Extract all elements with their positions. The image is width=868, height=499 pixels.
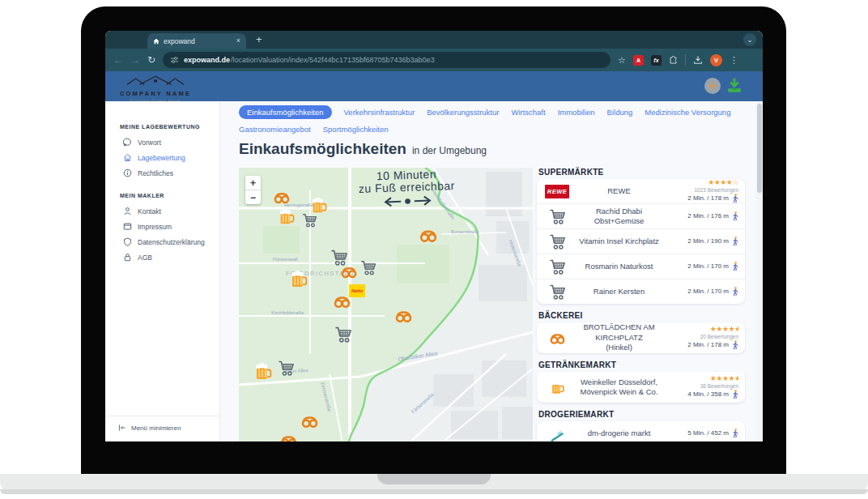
street-label: Fürstenwall — [273, 257, 298, 262]
company-logo[interactable]: COMPANY NAME Slogan Goes here — [118, 75, 193, 103]
map[interactable]: Herzogstraße Fürstenwall Kirchfeldstraße… — [239, 168, 533, 441]
browser-tab[interactable]: expowand × — [147, 33, 246, 49]
tab-close-icon[interactable]: × — [236, 37, 240, 45]
star-rating: ★★★★☆ — [708, 179, 738, 186]
list-item-weinkeller[interactable]: Weinkeller Düsseldorf,Mövenpick Wein & C… — [537, 372, 745, 403]
new-tab-button[interactable]: + — [256, 32, 262, 47]
url-path: /locationValuation/index/542f44bc17135bf… — [231, 56, 435, 64]
zoom-in-button[interactable]: + — [245, 176, 261, 190]
scrollbar-thumb[interactable] — [757, 104, 762, 193]
map-pretzel-icon[interactable] — [394, 309, 413, 323]
map-cart-icon[interactable] — [334, 326, 352, 343]
pdf-extension-icon[interactable]: A — [633, 55, 644, 66]
forward-icon[interactable]: → — [130, 55, 140, 65]
sidebar-item-vorwort[interactable]: Vorwort — [105, 134, 219, 150]
bookmark-star-icon[interactable]: ☆ — [618, 56, 626, 65]
list-item-brotlaedchen[interactable]: BROTLÄDCHEN AM KIRCHPLATZ(Hinkel) ★★★★★ … — [537, 322, 745, 353]
walking-person-icon — [732, 237, 738, 246]
place-name: REWE — [571, 186, 667, 196]
list-item-rainer-kersten[interactable]: Rainer Kersten 2 Min. / 170 m — [537, 279, 745, 304]
drinks-card: Weinkeller Düsseldorf,Mövenpick Wein & C… — [537, 372, 745, 403]
map-pretzel-icon[interactable] — [279, 433, 298, 441]
walk-time: 5 Min. / 452 m — [687, 429, 738, 438]
pretzel-icon — [549, 331, 566, 346]
place-name: BROTLÄDCHEN AM KIRCHPLATZ(Hinkel) — [571, 322, 667, 352]
fx-extension-icon[interactable]: fx — [651, 55, 662, 66]
map-pretzel-icon[interactable] — [340, 265, 358, 279]
category-tabs-row-2: Gastronomieangebot Sportmöglichkeiten — [239, 122, 763, 135]
shield-icon — [123, 237, 132, 246]
map-cart-icon[interactable] — [278, 360, 295, 376]
download-report-button[interactable] — [725, 77, 743, 95]
map-cart-icon[interactable] — [360, 260, 377, 275]
sidebar-item-kontakt[interactable]: Kontakt — [105, 203, 219, 219]
star-rating: ★★★★★ — [710, 375, 738, 382]
map-cart-icon[interactable] — [302, 213, 317, 228]
page-title-block: Einkaufsmöglichkeiten in der Umgebung — [239, 140, 763, 161]
laptop-base — [0, 474, 868, 494]
section-title-getraenkemarkt: GETRÄNKEMARKT — [538, 360, 745, 369]
walking-person-icon — [732, 194, 738, 203]
sidebar-item-lagebewertung[interactable]: Lagebewertung — [105, 150, 219, 165]
map-pretzel-icon[interactable] — [333, 294, 351, 309]
shopping-cart-icon — [549, 234, 566, 250]
user-avatar[interactable] — [704, 78, 721, 94]
sidebar-item-agb[interactable]: AGB — [105, 250, 219, 265]
tab-sportmoeglichkeiten[interactable]: Sportmöglichkeiten — [323, 125, 389, 134]
tab-bevoelkerungsstruktur[interactable]: Bevölkerungsstruktur — [427, 108, 499, 117]
info-icon — [123, 168, 132, 177]
tab-immobilien[interactable]: Immobilien — [558, 108, 595, 117]
map-pretzel-icon[interactable] — [300, 414, 319, 429]
map-pretzel-icon[interactable] — [273, 190, 291, 204]
walk-time: 2 Min. / 170 m — [687, 262, 738, 271]
bakery-card: BROTLÄDCHEN AM KIRCHPLATZ(Hinkel) ★★★★★ … — [537, 322, 745, 353]
lock-icon — [123, 253, 132, 262]
map-annotation: 10 Minuten zu Fuß erreichbar — [319, 168, 495, 213]
map-beer-mug-icon[interactable] — [278, 208, 296, 226]
sidebar-item-datenschutz[interactable]: Datenschutzerklärung — [105, 234, 219, 250]
sidebar-item-rechtliches[interactable]: Rechtliches — [105, 165, 219, 181]
tab-verkehrsinfrastruktur[interactable]: Verkehrsinfrastruktur — [344, 108, 415, 117]
browser-tabstrip: expowand × + ⌄ — [105, 31, 763, 49]
list-item-vitamin-insel[interactable]: Vitamin Insel Kirchplatz 2 Min. / 190 m — [537, 229, 745, 254]
zoom-out-button[interactable]: − — [245, 190, 261, 204]
list-item-dm[interactable]: dm-drogerie markt 5 Min. / 452 m — [537, 421, 745, 441]
company-name: COMPANY NAME — [118, 90, 193, 97]
shopping-cart-icon — [549, 284, 566, 300]
tab-title: expowand — [164, 37, 195, 45]
review-count: 20 Bewertungen — [700, 334, 738, 339]
map-cart-icon[interactable] — [330, 250, 348, 266]
sidebar: MEINE LAGEBEWERTUNG Vorwort Lagebewertun… — [105, 101, 220, 441]
chat-bubble-icon — [123, 138, 132, 147]
sidebar-minimize-button[interactable]: Menü minimieren — [105, 416, 219, 441]
browser-menu-icon[interactable]: ⋮ — [730, 55, 738, 66]
downloads-icon[interactable] — [693, 55, 703, 65]
map-beer-mug-icon[interactable] — [253, 362, 273, 382]
browser-profile-avatar[interactable]: V — [710, 54, 722, 66]
map-pretzel-icon[interactable] — [419, 228, 438, 243]
map-beer-mug-icon[interactable] — [289, 270, 308, 289]
laptop-screen: expowand × + ⌄ ← → ↻ expowand.de /locati… — [81, 6, 786, 474]
tab-gastronomieangebot[interactable]: Gastronomieangebot — [239, 125, 311, 134]
list-item-rachid-dhabi[interactable]: Rachid Dhabi Obst+Gemüse 2 Min. / 176 m — [537, 204, 745, 229]
main-content: Einkaufsmöglichkeiten Verkehrsinfrastruk… — [220, 101, 763, 441]
map-netto-logo[interactable]: Netto — [349, 284, 365, 297]
tab-einkaufsmoeglichkeiten[interactable]: Einkaufsmöglichkeiten — [239, 105, 332, 119]
url-bar[interactable]: expowand.de /locationValuation/index/542… — [163, 52, 611, 68]
place-name: Rachid Dhabi Obst+Gemüse — [571, 207, 667, 227]
walk-time: 4 Min. / 358 m — [687, 390, 738, 399]
back-icon[interactable]: ← — [113, 55, 123, 65]
site-settings-icon[interactable] — [170, 56, 179, 64]
place-name: Weinkeller Düsseldorf,Mövenpick Wein & C… — [571, 377, 667, 398]
list-item-rewe[interactable]: REWE REWE ★★★★☆ 1023 Bewertungen 2 Min. … — [537, 179, 745, 204]
tab-wirtschaft[interactable]: Wirtschaft — [511, 108, 545, 117]
walk-time: 2 Min. / 170 m — [687, 287, 738, 296]
sidebar-item-impressum[interactable]: Impressum — [105, 219, 219, 234]
list-item-rosmarin[interactable]: Rosmarin Naturkost 2 Min. / 170 m — [537, 254, 745, 279]
star-rating: ★★★★★ — [710, 326, 738, 333]
tab-bildung[interactable]: Bildung — [607, 108, 633, 117]
extensions-puzzle-icon[interactable] — [669, 56, 678, 65]
reload-icon[interactable]: ↻ — [147, 55, 155, 65]
tab-search-chevron-icon[interactable]: ⌄ — [743, 33, 756, 46]
tab-medizinische-versorgung[interactable]: Medizinische Versorgung — [645, 108, 730, 117]
